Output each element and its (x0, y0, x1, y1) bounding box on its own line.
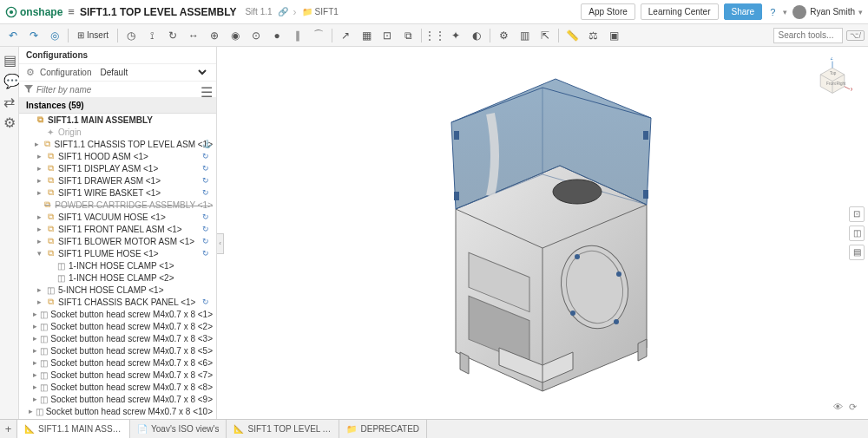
tree-node[interactable]: ▸◫Socket button head screw M4x0.7 x 8 <1… (19, 405, 216, 417)
expand-icon[interactable]: ▸ (36, 176, 43, 185)
expand-icon[interactable]: ▸ (33, 395, 38, 403)
tool-pin-icon[interactable]: ⊙ (247, 27, 266, 44)
expand-icon[interactable]: ▸ (36, 285, 43, 294)
config-select[interactable]: Default (96, 67, 209, 78)
tree-node[interactable]: ▸◫5-INCH HOSE CLAMP <1> (19, 284, 216, 296)
brand-logo[interactable]: onshape (5, 6, 62, 18)
tree-node[interactable]: ▸⧉SIFT1.1 CHASSIS TOP LEVEL ASM <1> (19, 138, 216, 150)
app-store-button[interactable]: App Store (581, 3, 635, 20)
list-view-icon[interactable]: ☰ (201, 84, 211, 95)
expand-icon[interactable]: ▸ (33, 370, 38, 379)
tree-node[interactable]: ▾⧉SIFT1 PLUME HOSE <1> (19, 247, 216, 259)
view-fit-button[interactable]: ⊡ (849, 206, 865, 222)
menu-icon[interactable]: ≡ (68, 5, 75, 18)
tree-node[interactable]: ✦Origin (19, 126, 216, 138)
tool-fasten-icon[interactable]: ⟟ (142, 27, 161, 44)
tool-clock-icon[interactable]: ◷ (122, 27, 141, 44)
document-title[interactable]: SIFT1.1 TOP LEVEL ASSEMBLY (80, 6, 237, 18)
tree-node[interactable]: ▸⧉SIFT1 WIRE BASKET <1> (19, 186, 216, 199)
tool-parallel-icon[interactable]: ∥ (288, 27, 307, 44)
view-section-button[interactable]: ▤ (849, 245, 865, 260)
expand-icon[interactable]: ▸ (36, 225, 43, 233)
tool-tangent-icon[interactable]: ⌒ (309, 27, 328, 44)
view-cube[interactable]: Front Right Top Z X (812, 57, 852, 97)
expand-icon[interactable]: ▸ (33, 346, 38, 355)
link-icon[interactable]: 🔗 (278, 7, 288, 16)
tool-gear-icon[interactable]: ⚙ (494, 27, 513, 44)
insert-button[interactable]: ⊞ Insert (72, 27, 114, 44)
tool-group-icon[interactable]: ▦ (357, 27, 376, 44)
tool-measure-icon[interactable]: 📏 (562, 27, 582, 44)
tool-replicate-icon[interactable]: ⧉ (398, 27, 418, 44)
user-menu[interactable]: Ryan Smith ▾ (792, 5, 863, 19)
instances-header[interactable]: Instances (59) (19, 98, 216, 114)
rail-settings-icon[interactable]: ⚙ (3, 114, 16, 127)
target-button[interactable]: ◎ (45, 27, 64, 44)
tree-node[interactable]: ◫1-INCH HOSE CLAMP <1> (19, 259, 216, 271)
expand-icon[interactable]: ▸ (36, 152, 43, 160)
folder-breadcrumb[interactable]: 📁 SIFT1 (302, 7, 339, 16)
tool-mass-icon[interactable]: ⚖ (583, 27, 602, 44)
tool-display-icon[interactable]: ▣ (604, 27, 623, 44)
learning-center-button[interactable]: Learning Center (641, 3, 719, 20)
tool-ball-icon[interactable]: ● (267, 27, 286, 44)
view-iso-button[interactable]: ◫ (849, 226, 865, 241)
expand-icon[interactable]: ▸ (34, 140, 40, 148)
tab[interactable]: 📐SIFT1 TOP LEVEL ASM ... (227, 420, 339, 438)
tree-node[interactable]: ⧉POWDER CARTRIDGE ASSEMBLY <1> (19, 199, 216, 211)
expand-icon[interactable]: ▸ (33, 334, 38, 343)
expand-icon[interactable]: ▸ (36, 188, 43, 197)
tree-node[interactable]: ▸◫Socket button head screw M4x0.7 x 8 <7… (19, 369, 216, 381)
tool-snap-icon[interactable]: ⊡ (378, 27, 397, 44)
share-button[interactable]: Share (724, 3, 763, 20)
tree-node[interactable]: ◫1-INCH HOSE CLAMP <2> (19, 271, 216, 284)
add-tab-button[interactable]: + (0, 420, 17, 438)
expand-icon[interactable]: ▸ (36, 212, 43, 221)
tool-revolute-icon[interactable]: ↻ (163, 27, 182, 44)
tool-mirror-icon[interactable]: ◐ (467, 27, 486, 44)
expand-icon[interactable]: ▸ (33, 358, 38, 367)
version-label[interactable]: Sift 1.1 (245, 7, 272, 16)
search-input[interactable] (773, 28, 843, 43)
refresh-icon[interactable]: ⟳ (849, 402, 861, 414)
filter-input[interactable] (36, 85, 197, 95)
tree-node[interactable]: ▸◫Socket button head screw M4x0.7 x 8 <2… (19, 320, 216, 332)
tab[interactable]: 📁DEPRECATED (339, 420, 427, 438)
tree-node[interactable]: ▸◫Socket button head screw M4x0.7 x 8 <8… (19, 381, 216, 393)
tree-node[interactable]: ▸◫Socket button head screw M4x0.7 x 8 <1… (19, 417, 216, 419)
tool-circular-icon[interactable]: ✦ (446, 27, 465, 44)
tool-planar-icon[interactable]: ⊕ (205, 27, 224, 44)
tool-slider-icon[interactable]: ↔ (184, 27, 203, 44)
tree-node[interactable]: ▸⧉SIFT1 DISPLAY ASM <1> (19, 162, 216, 174)
expand-icon[interactable]: ▸ (33, 382, 38, 391)
help-icon[interactable]: ? (767, 7, 778, 17)
tool-linear-icon[interactable]: ⋮⋮ (425, 27, 444, 44)
tree-node[interactable]: ▸◫Socket button head screw M4x0.7 x 8 <6… (19, 356, 216, 369)
tree-node[interactable]: ▸◫Socket button head screw M4x0.7 x 8 <1… (19, 308, 216, 320)
tool-relation-icon[interactable]: ↗ (336, 27, 355, 44)
tree-node[interactable]: ⧉SIFT1.1 MAIN ASSEMBLY (19, 114, 216, 126)
gear-icon[interactable]: ⚙ (26, 67, 35, 78)
graphics-canvas[interactable]: ‹ Front Right Top Z X ⊡ ◫ ▤ 👁 ⟳ (217, 47, 868, 419)
tree-node[interactable]: ▸⧉SIFT1 HOOD ASM <1> (19, 150, 216, 162)
tree-node[interactable]: ▸⧉SIFT1 VACUUM HOSE <1> (19, 211, 216, 223)
tree-node[interactable]: ▸◫Socket button head screw M4x0.7 x 8 <5… (19, 344, 216, 356)
tool-exploded-icon[interactable]: ⇱ (536, 27, 555, 44)
tree-node[interactable]: ▸⧉SIFT1 CHASSIS BACK PANEL <1> (19, 296, 216, 308)
expand-icon[interactable]: ▸ (36, 164, 43, 173)
expand-icon[interactable]: ▸ (29, 407, 33, 415)
expand-icon[interactable]: ▾ (36, 249, 43, 258)
tool-cylindrical-icon[interactable]: ◉ (226, 27, 245, 44)
undo-button[interactable]: ↶ (3, 27, 23, 44)
rail-feature-icon[interactable]: ▤ (3, 52, 16, 64)
tree-node[interactable]: ▸⧉SIFT1 FRONT PANEL ASM <1> (19, 223, 216, 235)
expand-icon[interactable]: ▸ (33, 322, 38, 330)
expand-icon[interactable]: ▸ (36, 237, 43, 245)
rail-comment-icon[interactable]: 💬 (3, 73, 16, 85)
feature-tree[interactable]: ⧉SIFT1.1 MAIN ASSEMBLY✦Origin▸⧉SIFT1.1 C… (19, 114, 216, 419)
panel-collapse-handle[interactable]: ‹ (217, 233, 224, 254)
tab[interactable]: 📐SIFT1.1 MAIN ASSE... (17, 420, 130, 438)
hide-icon[interactable]: 👁 (833, 402, 845, 414)
tree-node[interactable]: ▸⧉SIFT1 DRAWER ASM <1> (19, 174, 216, 186)
expand-icon[interactable]: ▸ (36, 297, 43, 306)
